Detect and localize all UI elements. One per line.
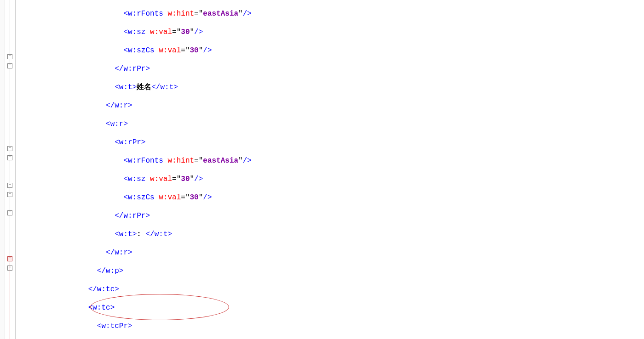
code-line[interactable]: </w:tc> xyxy=(16,285,644,294)
code-area[interactable]: <w:rFonts w:hint="eastAsia"/> <w:sz w:va… xyxy=(16,0,644,339)
code-line[interactable]: <w:rPr> xyxy=(16,138,644,147)
code-line[interactable]: <w:r> xyxy=(16,119,644,129)
code-line[interactable]: </w:p> xyxy=(16,266,644,276)
code-line[interactable]: <w:sz w:val="30"/> xyxy=(16,175,644,184)
code-editor: − − − − − − − − − <w:rFonts w:hint="east… xyxy=(0,0,644,339)
fold-toggle[interactable]: − xyxy=(7,146,12,151)
fold-toggle[interactable]: − xyxy=(7,210,12,215)
fold-toggle[interactable]: − xyxy=(7,54,12,59)
code-line[interactable]: <w:szCs w:val="30"/> xyxy=(16,46,644,55)
fold-toggle[interactable]: − xyxy=(7,155,12,160)
code-line[interactable]: <w:rFonts w:hint="eastAsia"/> xyxy=(16,156,644,165)
code-line[interactable]: </w:r> xyxy=(16,101,644,110)
code-line[interactable]: </w:r> xyxy=(16,248,644,257)
fold-toggle[interactable]: − xyxy=(7,192,12,197)
code-line[interactable]: <w:tcPr> xyxy=(16,322,644,331)
code-line[interactable]: <w:sz w:val="30"/> xyxy=(16,28,644,37)
code-line[interactable]: <w:tc> xyxy=(16,303,644,312)
code-line[interactable]: <w:szCs w:val="30"/> xyxy=(16,193,644,202)
fold-column: − − − − − − − − − xyxy=(5,0,16,339)
code-line[interactable]: <w:rFonts w:hint="eastAsia"/> xyxy=(16,9,644,18)
code-line[interactable]: <w:t>: </w:t> xyxy=(16,230,644,239)
fold-toggle-changed[interactable]: − xyxy=(7,256,12,261)
code-line[interactable]: </w:rPr> xyxy=(16,211,644,220)
fold-toggle[interactable]: − xyxy=(7,63,12,68)
gutter xyxy=(0,0,5,339)
code-line[interactable]: <w:t>姓名</w:t> xyxy=(16,83,644,92)
code-line[interactable]: </w:rPr> xyxy=(16,64,644,73)
fold-toggle[interactable]: − xyxy=(7,183,12,188)
